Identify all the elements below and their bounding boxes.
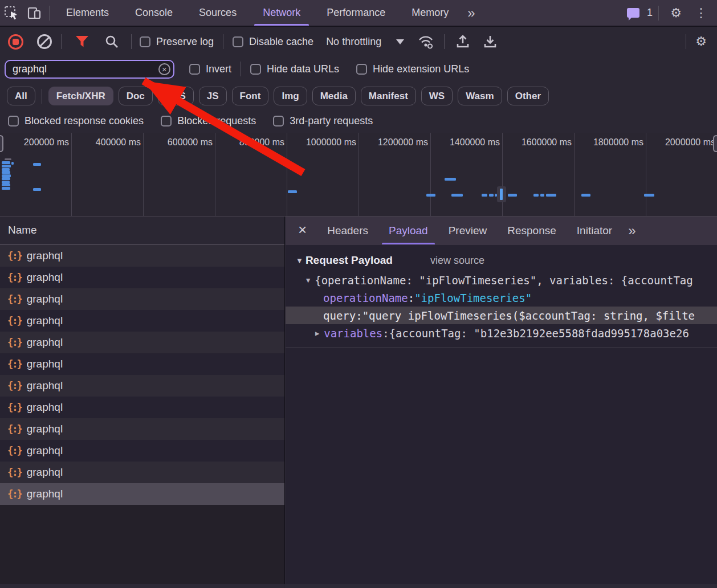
chip-all[interactable]: All — [7, 87, 35, 105]
table-row[interactable]: {:}graphql — [0, 332, 284, 353]
search-icon[interactable] — [100, 30, 123, 53]
table-row[interactable]: {:}graphql — [0, 483, 284, 505]
clear-filter-icon[interactable]: × — [158, 63, 170, 75]
tab-initiator[interactable]: Initiator — [567, 217, 622, 244]
filter-input[interactable] — [5, 60, 174, 79]
disable-cache-checkbox[interactable]: Disable cache — [233, 36, 313, 48]
clear-network-log-button[interactable] — [37, 34, 52, 49]
blocked-response-cookies-checkbox[interactable]: Blocked response cookies — [8, 115, 144, 127]
table-row[interactable]: {:}graphql — [0, 462, 284, 483]
tab-preview[interactable]: Preview — [438, 217, 498, 244]
export-har-icon[interactable] — [479, 30, 502, 53]
tab-elements[interactable]: Elements — [53, 0, 122, 26]
table-row[interactable]: {:}graphql — [0, 245, 284, 267]
tab-network[interactable]: Network — [250, 0, 313, 26]
waterfall-mark — [508, 194, 517, 197]
name-column-header[interactable]: Name — [0, 217, 284, 245]
timeline-tick: 1200000 ms — [359, 133, 431, 148]
table-row[interactable]: {:}graphql — [0, 375, 284, 397]
hide-extension-urls-checkbox[interactable]: Hide extension URLs — [356, 63, 469, 75]
table-row[interactable]: {:}graphql — [0, 418, 284, 440]
chip-ws[interactable]: WS — [421, 87, 453, 105]
tab-headers[interactable]: Headers — [317, 217, 378, 244]
payload-variables-line[interactable]: ▶ variables: {accountTag: "b12e3b2192ee5… — [286, 324, 717, 342]
network-conditions-icon[interactable] — [414, 30, 437, 53]
inspect-element-icon[interactable] — [0, 2, 23, 24]
checkbox[interactable] — [356, 64, 367, 75]
throttling-value: No throttling — [326, 36, 381, 48]
waterfall-mark — [482, 194, 487, 197]
checkbox[interactable] — [273, 116, 284, 126]
separator: : — [382, 327, 389, 340]
hide-data-urls-checkbox[interactable]: Hide data URLs — [250, 63, 339, 75]
request-payload-section[interactable]: ▼ Request Payload view source — [286, 245, 717, 271]
filter-icon[interactable] — [71, 30, 93, 53]
table-row[interactable]: {:}graphql — [0, 288, 284, 310]
divider — [61, 34, 62, 49]
tab-payload[interactable]: Payload — [378, 217, 438, 244]
record-network-log-button[interactable] — [8, 34, 23, 50]
chip-css[interactable]: CSS — [158, 87, 194, 105]
chip-other[interactable]: Other — [507, 87, 549, 105]
triangle-right-icon[interactable]: ▶ — [315, 329, 319, 337]
table-row[interactable]: {:}graphql — [0, 267, 284, 288]
view-source-link[interactable]: view source — [430, 255, 484, 267]
payload-query-line[interactable]: query: "query ipFlowTimeseries($accountT… — [286, 307, 717, 324]
tab-memory[interactable]: Memory — [398, 0, 462, 26]
invert-checkbox[interactable]: Invert — [189, 63, 231, 75]
table-row[interactable]: {:}graphql — [0, 440, 284, 462]
chip-fetch-xhr[interactable]: Fetch/XHR — [48, 87, 113, 105]
network-overview-timeline[interactable]: 200000 ms 400000 ms 600000 ms 800000 ms … — [0, 133, 717, 217]
chip-img[interactable]: Img — [274, 87, 307, 105]
timeline-tick: 200000 ms — [0, 133, 72, 148]
timeline-tick: 1400000 ms — [431, 133, 503, 148]
table-row[interactable]: {:}graphql — [0, 310, 284, 332]
chip-js[interactable]: JS — [199, 87, 227, 105]
divider — [223, 34, 223, 49]
chip-media[interactable]: Media — [312, 87, 356, 105]
checkbox[interactable] — [161, 116, 172, 126]
tab-response[interactable]: Response — [497, 217, 567, 244]
waterfall-mark — [2, 161, 10, 164]
tab-sources[interactable]: Sources — [186, 0, 250, 26]
table-row[interactable]: {:}graphql — [0, 353, 284, 375]
checkbox[interactable] — [250, 64, 261, 75]
request-name: graphql — [27, 315, 63, 327]
payload-root-line[interactable]: ▼ {operationName: "ipFlowTimeseries", va… — [286, 271, 717, 289]
network-settings-gear-icon[interactable]: ⚙ — [690, 30, 712, 53]
request-name: graphql — [27, 423, 63, 435]
tab-console[interactable]: Console — [122, 0, 186, 26]
import-har-icon[interactable] — [451, 30, 474, 53]
preserve-log-checkbox[interactable]: Preserve log — [140, 36, 214, 48]
checkbox[interactable] — [8, 116, 19, 126]
checkbox[interactable] — [140, 36, 150, 47]
close-icon[interactable]: × — [286, 221, 317, 240]
payload-operation-line[interactable]: operationName: "ipFlowTimeseries" — [286, 289, 717, 307]
waterfall-mark — [451, 194, 463, 197]
triangle-down-icon[interactable]: ▼ — [306, 276, 310, 284]
issues-icon[interactable] — [622, 2, 645, 24]
waterfall-mark — [2, 171, 10, 174]
blocked-requests-checkbox[interactable]: Blocked requests — [161, 115, 256, 127]
settings-gear-icon[interactable]: ⚙ — [665, 2, 687, 24]
checkbox[interactable] — [233, 36, 243, 47]
triangle-down-icon: ▼ — [296, 256, 303, 265]
chip-manifest[interactable]: Manifest — [361, 87, 416, 105]
more-tabs-icon[interactable]: » — [462, 5, 480, 21]
fetch-json-icon: {:} — [7, 445, 22, 456]
chip-font[interactable]: Font — [232, 87, 269, 105]
divider — [686, 34, 686, 49]
timeline-right-handle[interactable] — [713, 135, 717, 152]
timeline-left-handle[interactable] — [0, 135, 3, 152]
chip-doc[interactable]: Doc — [119, 87, 153, 105]
checkbox[interactable] — [189, 64, 200, 75]
third-party-requests-checkbox[interactable]: 3rd-party requests — [273, 115, 373, 127]
more-tabs-icon[interactable]: » — [622, 223, 641, 239]
chip-wasm[interactable]: Wasm — [458, 87, 502, 105]
tab-performance[interactable]: Performance — [313, 0, 398, 26]
device-toolbar-icon[interactable] — [23, 2, 46, 24]
table-row[interactable]: {:}graphql — [0, 397, 284, 418]
request-name: graphql — [27, 444, 63, 457]
kebab-menu-icon[interactable]: ⋮ — [690, 2, 712, 24]
throttling-dropdown[interactable]: No throttling — [326, 36, 404, 48]
